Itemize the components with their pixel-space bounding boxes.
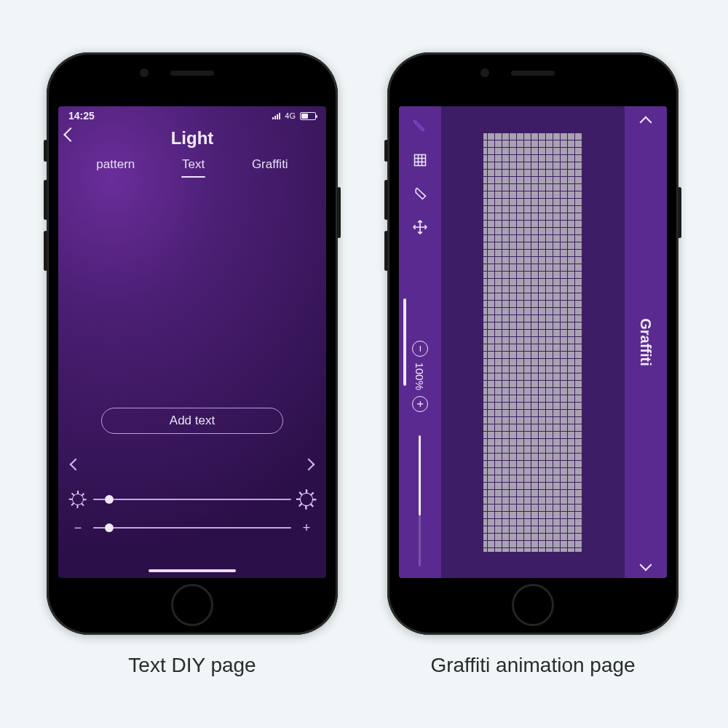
mute-switch[interactable] <box>384 140 388 162</box>
zoom-level: 100% <box>414 363 427 390</box>
eraser-tool-icon[interactable] <box>411 185 429 202</box>
brightness-low-icon <box>70 494 86 505</box>
title-bar: Light <box>58 125 326 150</box>
phone-front-camera <box>140 68 149 77</box>
graffiti-toolbar: − 100% + <box>399 106 441 578</box>
signal-icon <box>272 112 280 119</box>
caption-text-page: Text DIY page <box>47 654 338 677</box>
status-time: 14:25 <box>68 110 95 122</box>
grid-tool-icon[interactable] <box>411 151 429 169</box>
speed-minus-icon: − <box>70 521 86 534</box>
mode-tabs: pattern Text Graffiti <box>58 150 326 176</box>
pixel-grid-canvas[interactable] <box>482 131 584 553</box>
prev-text-icon[interactable] <box>70 459 82 471</box>
graffiti-header: Graffiti <box>625 106 667 578</box>
home-button[interactable] <box>171 584 213 626</box>
next-frame-icon[interactable] <box>640 559 652 571</box>
prev-frame-icon[interactable] <box>640 116 652 129</box>
status-bar: 14:25 4G <box>58 106 326 125</box>
page-title: Light <box>58 128 326 149</box>
caption-graffiti-page: Graffiti animation page <box>387 654 678 677</box>
screen-graffiti: Graffiti <box>399 106 667 578</box>
home-indicator[interactable] <box>403 298 406 386</box>
speed-track[interactable] <box>93 527 291 529</box>
volume-down[interactable] <box>44 231 47 271</box>
tab-graffiti[interactable]: Graffiti <box>249 154 291 176</box>
status-network: 4G <box>285 111 296 120</box>
mute-switch[interactable] <box>44 140 47 162</box>
volume-down[interactable] <box>384 231 388 271</box>
svg-rect-0 <box>415 155 426 166</box>
move-tool-icon[interactable] <box>411 218 429 236</box>
toolbar-scrollbar[interactable] <box>419 435 422 566</box>
brightness-slider[interactable] <box>70 494 314 505</box>
phone-speaker <box>170 71 214 76</box>
phone-graffiti: Graffiti <box>387 52 678 635</box>
phone-front-camera <box>480 68 489 77</box>
text-pager <box>71 460 313 469</box>
brightness-high-icon <box>298 494 314 505</box>
tab-text[interactable]: Text <box>179 154 207 176</box>
brightness-thumb[interactable] <box>105 495 114 504</box>
phone-text-diy: 14:25 4G Light pattern Text Graffiti Add… <box>47 52 338 635</box>
brightness-track[interactable] <box>93 499 291 500</box>
home-indicator[interactable] <box>149 569 236 572</box>
volume-up[interactable] <box>44 180 47 220</box>
speed-slider[interactable]: − + <box>70 521 314 534</box>
power-button[interactable] <box>337 187 341 238</box>
speed-plus-icon: + <box>298 521 314 534</box>
graffiti-title: Graffiti <box>638 318 654 366</box>
add-text-button[interactable]: Add text <box>101 408 283 434</box>
home-button[interactable] <box>512 584 554 626</box>
speed-thumb[interactable] <box>105 523 114 532</box>
zoom-controls: − 100% + <box>412 341 428 412</box>
tab-pattern[interactable]: pattern <box>93 154 138 176</box>
power-button[interactable] <box>678 187 681 238</box>
battery-icon <box>300 112 316 120</box>
next-text-icon[interactable] <box>303 459 315 471</box>
graffiti-canvas-area <box>441 106 625 578</box>
zoom-in-button[interactable]: + <box>412 396 428 412</box>
brush-tool-icon[interactable] <box>411 118 429 135</box>
zoom-out-button[interactable]: − <box>412 341 428 357</box>
phone-speaker <box>511 71 555 76</box>
screen-text-diy: 14:25 4G Light pattern Text Graffiti Add… <box>58 106 326 578</box>
volume-up[interactable] <box>384 180 388 220</box>
